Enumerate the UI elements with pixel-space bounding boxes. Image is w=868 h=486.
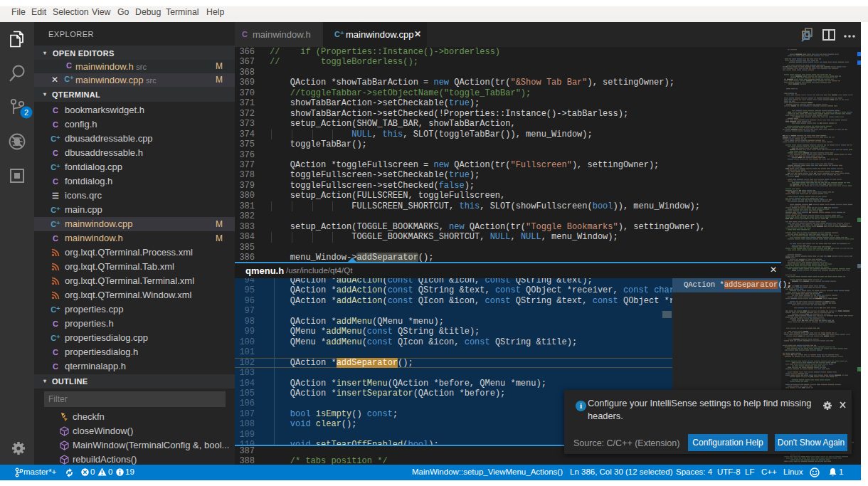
svg-text:2: 2: [24, 108, 28, 117]
svg-text:i: i: [580, 401, 582, 410]
